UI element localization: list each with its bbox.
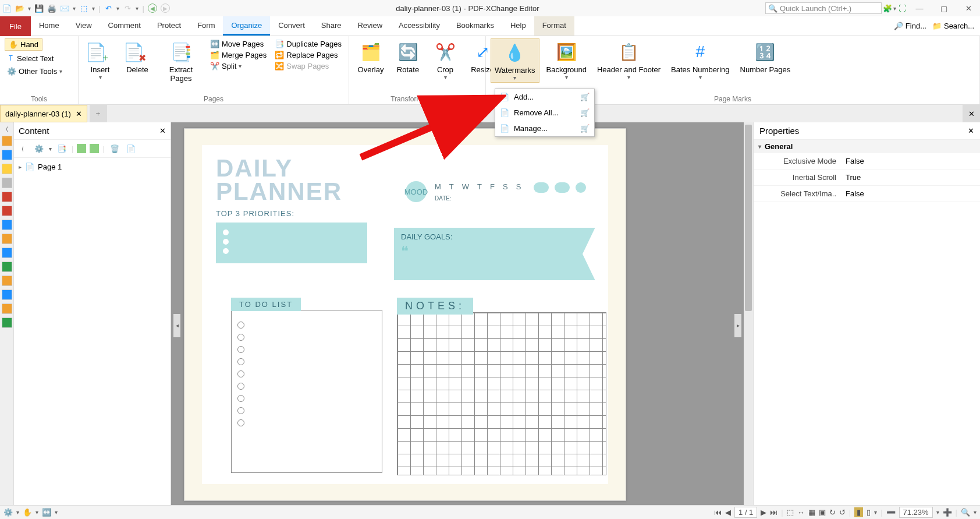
strip-layers-icon[interactable]	[2, 220, 12, 230]
prev-page-icon[interactable]: ◀	[725, 508, 731, 517]
chevron-down-icon[interactable]: ▾	[16, 509, 19, 516]
panel-collapse-right[interactable]: ▸	[734, 314, 741, 337]
toolbar-delete-icon[interactable]: 🗑️	[108, 142, 121, 155]
close-all-tabs-button[interactable]: ✕	[963, 105, 980, 122]
crop-button[interactable]: ✂️Crop▾	[428, 38, 462, 82]
quick-launch-input[interactable]: 🔍 Quick Launch (Ctrl+.)	[765, 2, 882, 14]
swap-pages-button[interactable]: 🔀Swap Pages	[272, 61, 344, 72]
facing-icon[interactable]: ▣	[819, 508, 826, 517]
strip-attachments-icon[interactable]	[2, 178, 12, 188]
extract-pages-button[interactable]: 📑 Extract Pages	[158, 38, 204, 84]
menu-review[interactable]: Review	[349, 16, 390, 36]
redo-dropdown[interactable]: ▾	[136, 5, 139, 12]
menu-home[interactable]: Home	[31, 16, 68, 36]
zoom-out-icon[interactable]: ➖	[886, 508, 896, 517]
page-indicator[interactable]: 1 / 1	[734, 507, 757, 518]
select-text-tool[interactable]: Ｔ Select Text	[5, 52, 56, 65]
menu-format[interactable]: Format	[534, 16, 574, 36]
menu-help[interactable]: Help	[502, 16, 534, 36]
header-footer-button[interactable]: 📋Header and Footer▾	[594, 38, 664, 82]
undo-dropdown[interactable]: ▾	[116, 5, 119, 12]
menu-organize[interactable]: Organize	[223, 16, 270, 36]
open-dropdown[interactable]: ▾	[28, 5, 31, 12]
chevron-down-icon[interactable]: ▾	[974, 509, 977, 516]
tree-page-1[interactable]: ▸ 📄 Page 1	[19, 161, 166, 172]
menu-protect[interactable]: Protect	[149, 16, 189, 36]
split-button[interactable]: ✂️Split▾	[208, 61, 269, 72]
maximize-button[interactable]: ▢	[932, 0, 956, 16]
toolbar-copy-icon[interactable]: 📑	[55, 142, 68, 155]
dd-remove-all[interactable]: 📄 Remove All... 🛒	[495, 105, 594, 121]
prop-value[interactable]: True	[841, 170, 980, 185]
close-tab-icon[interactable]: ✕	[76, 110, 82, 118]
status-options-icon[interactable]: ⚙️	[3, 508, 13, 517]
other-tools[interactable]: ⚙️ Other Tools ▾	[5, 66, 65, 77]
single-page-icon[interactable]: ▮	[854, 507, 863, 517]
menu-file[interactable]: File	[0, 16, 31, 36]
strip-fields-icon[interactable]	[2, 192, 12, 202]
rotate-cw-icon[interactable]: ↻	[829, 508, 836, 517]
menu-share[interactable]: Share	[313, 16, 350, 36]
fit-width-icon[interactable]: ↔	[797, 508, 805, 517]
scan-icon[interactable]: ⬚	[79, 3, 88, 13]
watermarks-button[interactable]: 💧Watermarks▾	[491, 38, 539, 83]
vertical-scrollbar[interactable]	[744, 122, 753, 505]
menu-comment[interactable]: Comment	[100, 16, 149, 36]
doc-tab-active[interactable]: daliy-planner-03 (1) ✕	[0, 105, 87, 122]
search-button[interactable]: 📁 Search...	[932, 22, 974, 30]
menu-convert[interactable]: Convert	[270, 16, 313, 36]
merge-pages-button[interactable]: 🗂️Merge Pages	[208, 50, 269, 61]
chevron-down-icon[interactable]: ▾	[55, 509, 58, 516]
menu-form[interactable]: Form	[189, 16, 223, 36]
prop-row-inertial-scroll[interactable]: Inertial Scroll True	[754, 170, 980, 186]
toolbar-gear-icon[interactable]: ⚙️	[33, 142, 45, 155]
last-page-icon[interactable]: ⏭	[770, 508, 777, 517]
redo-icon[interactable]: ↷	[123, 3, 132, 13]
close-panel-icon[interactable]: ✕	[159, 126, 166, 135]
strip-bookmarks-icon[interactable]	[2, 136, 12, 146]
number-pages-button[interactable]: 🔢Number Pages	[737, 38, 794, 75]
tree-expand-icon[interactable]: ▸	[19, 164, 22, 170]
strip-links-icon[interactable]	[2, 276, 12, 286]
zoom-in-icon[interactable]: ➕	[943, 508, 952, 517]
dd-manage[interactable]: 📄 Manage... 🛒	[495, 121, 594, 136]
dd-add[interactable]: 📄 Add... 🛒	[495, 89, 594, 105]
strip-comments-icon[interactable]	[2, 164, 12, 174]
collapse-icon[interactable]: ⟨	[6, 126, 8, 132]
email-icon[interactable]: ✉️	[60, 3, 69, 13]
scan-dropdown[interactable]: ▾	[92, 5, 95, 12]
continuous-icon[interactable]: ▯	[867, 508, 871, 517]
overlay-button[interactable]: 🗂️Overlay	[354, 38, 388, 75]
chevron-down-icon[interactable]: ▾	[874, 509, 877, 516]
save-icon[interactable]: 💾	[34, 3, 44, 13]
open-icon[interactable]: 📂	[15, 3, 24, 13]
prop-row-exclusive-mode[interactable]: Exclusive Mode False	[754, 153, 980, 170]
menu-view[interactable]: View	[68, 16, 100, 36]
first-page-icon[interactable]: ⏮	[714, 508, 722, 517]
strip-accessibility-icon[interactable]	[2, 317, 12, 328]
print-icon[interactable]: 🖨️	[47, 3, 56, 13]
scrollbar-thumb[interactable]	[745, 125, 752, 311]
minimize-button[interactable]: —	[908, 0, 931, 16]
strip-signatures-icon[interactable]	[2, 206, 12, 216]
fullscreen-icon[interactable]: ⛶	[897, 3, 907, 13]
strip-destinations-icon[interactable]	[2, 248, 12, 258]
strip-spreadsheet-icon[interactable]	[2, 303, 12, 314]
bates-numbering-button[interactable]: #Bates Numbering▾	[667, 38, 733, 82]
menu-accessibility[interactable]: Accessibility	[390, 16, 448, 36]
next-page-icon[interactable]: ▶	[761, 508, 766, 517]
replace-pages-button[interactable]: 🔁Replace Pages	[272, 50, 344, 61]
menu-bookmarks[interactable]: Bookmarks	[448, 16, 502, 36]
ui-options-dropdown[interactable]: ▾	[893, 5, 896, 12]
ui-options-icon[interactable]: 🧩	[883, 3, 892, 13]
toolbar-green2-icon[interactable]	[90, 144, 99, 153]
close-button[interactable]: ✕	[957, 0, 980, 16]
delete-button[interactable]: 📄✖ Delete	[120, 38, 154, 75]
find-button[interactable]: 🔎 Find...	[894, 22, 926, 30]
chevron-down-icon[interactable]: ▾	[35, 509, 38, 516]
duplicate-pages-button[interactable]: 📑Duplicate Pages	[272, 38, 344, 50]
strip-tags-icon[interactable]	[2, 289, 12, 300]
status-extra-icon[interactable]: ↔️	[42, 508, 51, 517]
move-pages-button[interactable]: ↔️Move Pages	[208, 38, 269, 50]
prop-row-select-text-images[interactable]: Select Text/Ima.. False	[754, 186, 980, 202]
